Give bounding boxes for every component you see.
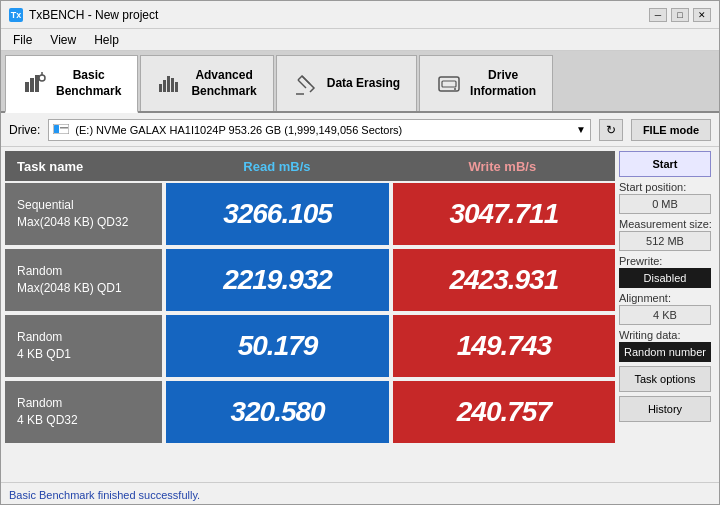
row-4-read: 320.580 [166, 381, 388, 443]
row-2-read: 2219.932 [166, 249, 388, 311]
close-button[interactable]: ✕ [693, 8, 711, 22]
svg-rect-1 [30, 78, 34, 92]
alignment-section: Alignment: 4 KB [619, 292, 715, 325]
tab-advanced-benchmark[interactable]: AdvancedBenchmark [140, 55, 273, 111]
prewrite-value: Disabled [619, 268, 711, 288]
menu-file[interactable]: File [5, 31, 40, 49]
measurement-size-value: 512 MB [619, 231, 711, 251]
table-row: Random 4 KB QD1 50.179 149.743 [5, 315, 615, 377]
window-title: TxBENCH - New project [29, 8, 158, 22]
header-read: Read mB/s [164, 159, 389, 174]
minimize-button[interactable]: ─ [649, 8, 667, 22]
measurement-size-label: Measurement size: [619, 218, 715, 230]
tab-drive-information[interactable]: DriveInformation [419, 55, 553, 111]
alignment-value: 4 KB [619, 305, 711, 325]
row-3-read: 50.179 [166, 315, 388, 377]
start-position-label: Start position: [619, 181, 715, 193]
drive-refresh-button[interactable]: ↻ [599, 119, 623, 141]
alignment-label: Alignment: [619, 292, 715, 304]
row-4-label: Random 4 KB QD32 [5, 381, 162, 443]
title-bar-left: Tx TxBENCH - New project [9, 8, 158, 22]
file-mode-button[interactable]: FILE mode [631, 119, 711, 141]
menu-bar: File View Help [1, 29, 719, 51]
right-panel: Start Start position: 0 MB Measurement s… [619, 147, 719, 482]
svg-rect-5 [159, 84, 162, 92]
row-3-write: 149.743 [393, 315, 615, 377]
tab-advanced-label: AdvancedBenchmark [191, 68, 256, 99]
svg-rect-0 [25, 82, 29, 92]
app-icon: Tx [9, 8, 23, 22]
drive-bar: Drive: (E:) NVMe GALAX HA1I1024P 953.26 … [1, 113, 719, 147]
row-2-write: 2423.931 [393, 249, 615, 311]
refresh-icon: ↻ [606, 123, 616, 137]
start-position-value: 0 MB [619, 194, 711, 214]
drive-label: Drive: [9, 123, 40, 137]
row-4-write: 240.757 [393, 381, 615, 443]
row-1-read: 3266.105 [166, 183, 388, 245]
status-text: Basic Benchmark finished successfully. [9, 489, 200, 501]
svg-line-11 [298, 80, 306, 88]
svg-point-3 [39, 75, 45, 81]
svg-rect-8 [171, 78, 174, 92]
drive-information-icon [436, 71, 462, 97]
header-write: Write mB/s [390, 159, 615, 174]
svg-rect-18 [60, 127, 68, 129]
benchmark-area: Task name Read mB/s Write mB/s Sequentia… [1, 147, 619, 482]
start-button[interactable]: Start [619, 151, 711, 177]
svg-rect-14 [442, 81, 456, 87]
svg-line-10 [302, 76, 310, 84]
row-1-write: 3047.711 [393, 183, 615, 245]
table-row: Random 4 KB QD32 320.580 240.757 [5, 381, 615, 443]
svg-rect-7 [167, 76, 170, 92]
menu-view[interactable]: View [42, 31, 84, 49]
main-content: Task name Read mB/s Write mB/s Sequentia… [1, 147, 719, 482]
tab-drive-label: DriveInformation [470, 68, 536, 99]
status-bar: Basic Benchmark finished successfully. [1, 482, 719, 505]
tab-basic-label: BasicBenchmark [56, 68, 121, 99]
drive-dropdown-icon [53, 124, 69, 136]
drive-dropdown-arrow: ▼ [576, 124, 586, 135]
tab-erase-label: Data Erasing [327, 76, 400, 92]
measurement-size-section: Measurement size: 512 MB [619, 218, 715, 251]
menu-help[interactable]: Help [86, 31, 127, 49]
task-options-button[interactable]: Task options [619, 366, 711, 392]
advanced-benchmark-icon [157, 71, 183, 97]
drive-value: (E:) NVMe GALAX HA1I1024P 953.26 GB (1,9… [75, 124, 402, 136]
svg-rect-9 [175, 82, 178, 92]
window-controls[interactable]: ─ □ ✕ [649, 8, 711, 22]
bench-rows: Sequential Max(2048 KB) QD32 3266.105 30… [5, 183, 615, 478]
writing-data-value: Random number [619, 342, 711, 362]
start-position-section: Start position: 0 MB [619, 181, 715, 214]
tab-basic-benchmark[interactable]: BasicBenchmark [5, 55, 138, 113]
row-3-label: Random 4 KB QD1 [5, 315, 162, 377]
svg-rect-17 [54, 125, 59, 133]
writing-data-section: Writing data: Random number [619, 329, 715, 362]
header-task: Task name [5, 159, 164, 174]
table-row: Sequential Max(2048 KB) QD32 3266.105 30… [5, 183, 615, 245]
maximize-button[interactable]: □ [671, 8, 689, 22]
prewrite-label: Prewrite: [619, 255, 715, 267]
tab-data-erasing[interactable]: Data Erasing [276, 55, 417, 111]
history-button[interactable]: History [619, 396, 711, 422]
data-erasing-icon [293, 71, 319, 97]
title-bar: Tx TxBENCH - New project ─ □ ✕ [1, 1, 719, 29]
table-row: Random Max(2048 KB) QD1 2219.932 2423.93… [5, 249, 615, 311]
svg-rect-6 [163, 80, 166, 92]
table-header: Task name Read mB/s Write mB/s [5, 151, 615, 181]
row-2-label: Random Max(2048 KB) QD1 [5, 249, 162, 311]
writing-data-label: Writing data: [619, 329, 715, 341]
tab-bar: BasicBenchmark AdvancedBenchmark Data Er… [1, 51, 719, 113]
prewrite-section: Prewrite: Disabled [619, 255, 715, 288]
row-1-label: Sequential Max(2048 KB) QD32 [5, 183, 162, 245]
basic-benchmark-icon [22, 71, 48, 97]
drive-dropdown[interactable]: (E:) NVMe GALAX HA1I1024P 953.26 GB (1,9… [48, 119, 591, 141]
svg-point-15 [454, 88, 456, 90]
